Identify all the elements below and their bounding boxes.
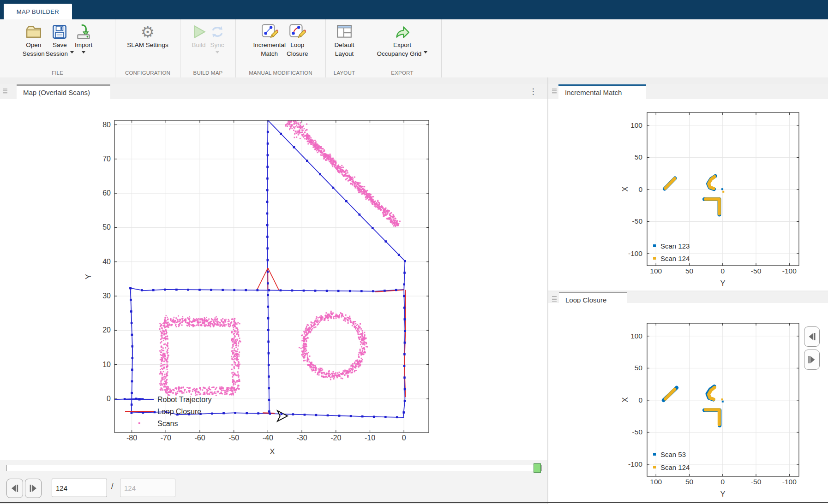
section-label: LAYOUT: [326, 70, 363, 76]
chevron-down-icon[interactable]: [70, 51, 74, 55]
incremental-match-plot-area: 100500-50-100100500-50-100YXScan 123Scan…: [548, 99, 828, 291]
open-session-button[interactable]: OpenSession: [23, 21, 45, 67]
svg-text:Robot Trajectory: Robot Trajectory: [157, 396, 211, 403]
tab-incremental-match[interactable]: Incremental Match: [558, 84, 646, 99]
scan-slider[interactable]: [6, 465, 542, 471]
toolstrip: OpenSessionSaveSessionImportFILE⚙SLAM Se…: [0, 19, 828, 78]
open-session-label: Open: [26, 41, 41, 49]
incremental-match-canvas[interactable]: 100500-50-100100500-50-100YXScan 123Scan…: [548, 99, 828, 291]
import-label: Import: [75, 41, 92, 49]
svg-text:-50: -50: [632, 217, 643, 225]
import-button[interactable]: Import: [75, 21, 92, 67]
svg-text:X: X: [621, 186, 629, 191]
previous-loop-closure-button[interactable]: [804, 326, 820, 347]
svg-text:-100: -100: [628, 249, 642, 257]
svg-text:Y: Y: [84, 274, 93, 279]
incremental-match-title: Incremental Match: [565, 89, 622, 96]
build-label: Build: [192, 41, 205, 49]
next-loop-closure-button[interactable]: [804, 350, 820, 370]
svg-text:-50: -50: [751, 267, 762, 275]
loop-closure-canvas[interactable]: 100500-50-100100500-50-100YXScan 53Scan …: [548, 303, 828, 504]
section-label: FILE: [0, 70, 115, 76]
slam-settings-label: SLAM Settings: [127, 41, 168, 49]
svg-text:-40: -40: [263, 434, 273, 442]
svg-text:-100: -100: [782, 478, 797, 486]
toolbar-filler: [442, 19, 828, 77]
previous-scan-button[interactable]: [6, 479, 23, 498]
panel-grip-icon[interactable]: [3, 89, 7, 95]
svg-text:100: 100: [630, 121, 642, 129]
svg-text:Scan 124: Scan 124: [660, 463, 690, 471]
window-edge: [0, 502, 828, 503]
svg-text:0: 0: [720, 267, 725, 275]
chevron-down-icon[interactable]: [424, 51, 427, 55]
slam-settings-button[interactable]: ⚙SLAM Settings: [127, 21, 168, 67]
svg-text:-100: -100: [782, 267, 797, 275]
total-scans-input: [120, 479, 175, 497]
build-button[interactable]: Build: [190, 21, 208, 67]
scan-slider-thumb[interactable]: [534, 463, 541, 473]
section-label: CONFIGURATION: [115, 70, 180, 76]
incremental-match-label: Incremental: [253, 41, 286, 49]
scan-navigation-bar: /: [0, 460, 547, 504]
loop-closure-label: Loop: [290, 41, 304, 49]
chevron-down-icon[interactable]: [216, 51, 219, 55]
workspace: Map (Overlaid Scans) ⋮ -80-70-60-50-40-3…: [0, 77, 828, 504]
open-session-label: Session: [23, 49, 45, 58]
svg-text:Scans: Scans: [157, 420, 178, 427]
section-label: BUILD MAP: [180, 70, 235, 76]
loop-closure-button[interactable]: LoopClosure: [287, 21, 308, 67]
loopclosure-icon: [288, 23, 306, 41]
svg-text:0: 0: [638, 396, 642, 404]
section-label: EXPORT: [363, 70, 441, 76]
ribbon-tab-map-builder[interactable]: MAP BUILDER: [4, 4, 72, 19]
import-icon: [75, 23, 92, 41]
panel-grip-icon[interactable]: [552, 296, 557, 302]
svg-text:-50: -50: [632, 428, 643, 436]
svg-text:80: 80: [102, 121, 111, 129]
sync-button[interactable]: Sync: [209, 21, 226, 67]
panel-grip-icon[interactable]: [552, 89, 557, 95]
save-session-label: Session: [46, 49, 74, 58]
svg-text:-60: -60: [194, 434, 205, 442]
map-plot-area: -80-70-60-50-40-30-20-100010203040506070…: [0, 99, 547, 460]
svg-text:-20: -20: [330, 434, 341, 442]
default-layout-label: Layout: [335, 49, 354, 58]
loop-closure-panel: Loop Closure 100500-50-100100500-50-100Y…: [548, 291, 828, 504]
next-scan-button[interactable]: [25, 479, 42, 498]
incremental-match-label: Match: [261, 49, 278, 58]
toolbar-section-export: ExportOccupancy GridEXPORT: [363, 19, 442, 77]
layout-icon: [336, 23, 353, 41]
folder-icon: [25, 23, 42, 41]
step-back-icon: [9, 482, 21, 494]
svg-text:50: 50: [635, 364, 643, 372]
save-session-button[interactable]: SaveSession: [46, 21, 74, 67]
chevron-down-icon[interactable]: [82, 51, 85, 55]
svg-text:Scan 124: Scan 124: [660, 255, 690, 262]
sync-label: Sync: [210, 41, 224, 49]
default-layout-button[interactable]: DefaultLayout: [335, 21, 354, 67]
svg-text:⚙: ⚙: [141, 23, 155, 41]
incremental-match-button[interactable]: IncrementalMatch: [253, 21, 286, 67]
tab-map-overlaid-scans[interactable]: Map (Overlaid Scans): [17, 84, 110, 99]
map-plot-canvas[interactable]: -80-70-60-50-40-30-20-100010203040506070…: [0, 99, 547, 460]
panel-options-icon[interactable]: ⋮: [529, 87, 537, 97]
toolbar-section-layout: DefaultLayoutLAYOUT: [326, 19, 363, 77]
next-arrow-icon: [806, 353, 817, 366]
map-panel-title: Map (Overlaid Scans): [23, 89, 90, 96]
svg-text:70: 70: [102, 155, 111, 163]
toolbar-section-manual-modification: IncrementalMatchLoopClosureMANUAL MODIFI…: [236, 19, 326, 77]
loop-closure-label: Closure: [287, 49, 308, 58]
map-builder-app: MAP BUILDER OpenSessionSaveSessionImport…: [0, 0, 828, 504]
svg-text:10: 10: [102, 361, 111, 368]
save-session-label: Save: [53, 41, 67, 49]
svg-text:X: X: [270, 447, 275, 456]
svg-text:Y: Y: [720, 279, 725, 287]
step-forward-icon: [27, 482, 39, 494]
titlebar: MAP BUILDER: [0, 0, 828, 19]
svg-text:100: 100: [650, 478, 662, 486]
sync-icon: [209, 23, 226, 41]
export-occupancy-grid-button[interactable]: ExportOccupancy Grid: [377, 21, 428, 67]
current-scan-input[interactable]: [52, 479, 107, 497]
svg-text:Scan 123: Scan 123: [660, 242, 690, 250]
